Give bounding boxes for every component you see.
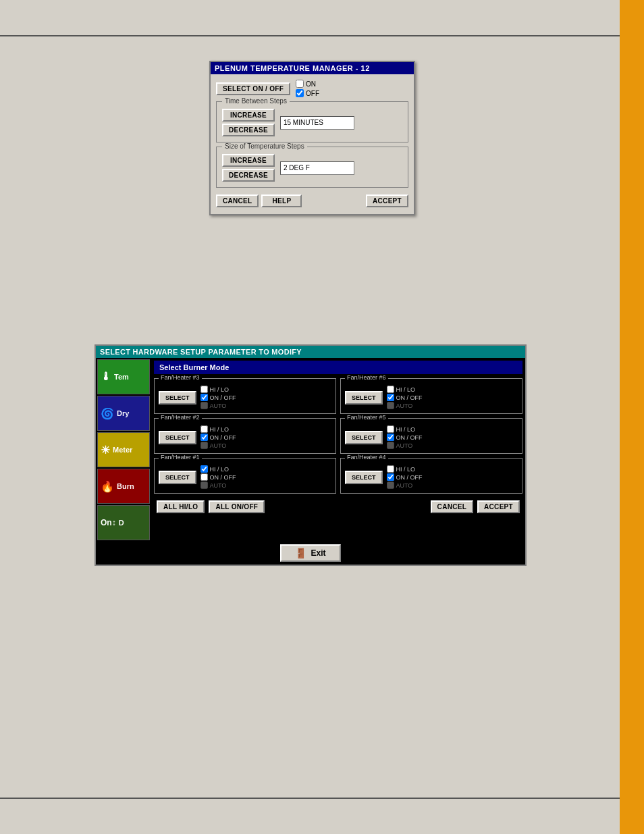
sidebar-item-dry[interactable]: 🌀 Dry — [97, 396, 150, 431]
on-checkbox-item: ON — [296, 80, 319, 88]
fanheater-6-checks: HI / LO ON / OFF AUTO — [387, 386, 423, 409]
fanheater-4-select-button[interactable]: SELECT — [345, 471, 383, 484]
fanheater-6-select-button[interactable]: SELECT — [345, 391, 383, 405]
fanheater-1-inner: SELECT HI / LO ON / OFF — [159, 465, 331, 489]
fh2-auto-label: AUTO — [210, 442, 227, 449]
time-value-display: 15 MINUTES — [280, 116, 354, 130]
dialog2-cancel-button[interactable]: CANCEL — [431, 500, 473, 513]
fh5-onoff-checkbox[interactable] — [387, 434, 394, 441]
fanheater-4-checks: HI / LO ON / OFF AUTO — [387, 465, 423, 489]
fh6-onoff-item: ON / OFF — [387, 394, 423, 401]
fh3-onoff-label: ON / OFF — [210, 394, 236, 401]
fh1-hilo-item: HI / LO — [200, 465, 236, 473]
dialog1-title: PLENUM TEMPERATURE MANAGER - 12 — [215, 64, 370, 72]
fh1-hilo-checkbox[interactable] — [200, 465, 208, 473]
sidebar-label-burn: Burn — [117, 482, 134, 490]
fh6-hilo-label: HI / LO — [396, 386, 416, 393]
off-checkbox[interactable] — [296, 89, 304, 97]
fh5-hilo-checkbox[interactable] — [387, 425, 394, 433]
fanheater-2-box: Fan/Heater #2 SELECT HI / LO ON / OFF — [154, 418, 336, 454]
fh4-hilo-label: HI / LO — [396, 466, 416, 473]
temp-steps-legend: Size of Temperature Steps — [222, 142, 307, 150]
fanheater-grid-row3: Fan/Heater #1 SELECT HI / LO ON / OFF — [154, 458, 522, 494]
fh5-auto-item: AUTO — [387, 442, 423, 449]
meter-icon: ☀ — [101, 444, 110, 457]
fanheater-grid-row2: Fan/Heater #2 SELECT HI / LO ON / OFF — [154, 418, 522, 454]
sidebar-item-temp[interactable]: 🌡 Tem — [97, 359, 150, 394]
temp-increase-button[interactable]: INCREASE — [222, 154, 275, 167]
temp-value-display: 2 DEG F — [280, 161, 354, 175]
dialog1-accept-button[interactable]: ACCEPT — [366, 194, 408, 207]
temp-decrease-button[interactable]: DECREASE — [222, 169, 275, 182]
fanheater-1-legend: Fan/Heater #1 — [159, 454, 202, 461]
time-decrease-button[interactable]: DECREASE — [222, 124, 275, 136]
fanheater-5-legend: Fan/Heater #5 — [345, 414, 388, 421]
exit-label: Exit — [311, 548, 325, 558]
dialog1-help-button[interactable]: HELP — [261, 194, 302, 207]
fh5-hilo-label: HI / LO — [396, 426, 416, 433]
fh4-auto-item: AUTO — [387, 481, 423, 489]
fanheater-2-checks: HI / LO ON / OFF AUTO — [200, 425, 236, 449]
fanheater-1-select-button[interactable]: SELECT — [159, 471, 196, 484]
select-hardware-dialog: SELECT HARDWARE SETUP PARAMETER TO MODIF… — [95, 344, 527, 566]
fh2-hilo-label: HI / LO — [210, 426, 230, 433]
fanheater-2-select-button[interactable]: SELECT — [159, 431, 196, 444]
on-label: ON — [306, 80, 316, 88]
fh2-hilo-checkbox[interactable] — [200, 425, 208, 433]
fh5-auto-label: AUTO — [396, 442, 413, 449]
fh1-auto-item: AUTO — [200, 481, 236, 489]
fanheater-1-checks: HI / LO ON / OFF AUTO — [200, 465, 236, 489]
sidebar-item-meter[interactable]: ☀ Meter — [97, 432, 150, 467]
exit-button[interactable]: 🚪 Exit — [280, 544, 340, 562]
fh3-onoff-checkbox[interactable] — [200, 394, 208, 401]
fanheater-4-box: Fan/Heater #4 SELECT HI / LO ON / OFF — [340, 458, 522, 494]
temp-steps-inner: INCREASE DECREASE 2 DEG F — [222, 154, 402, 182]
sidebar-label-meter: Meter — [113, 446, 132, 454]
fh6-auto-checkbox — [387, 402, 394, 409]
bottom-divider-line — [0, 798, 620, 799]
fh5-auto-checkbox — [387, 442, 394, 449]
select-onoff-button[interactable]: SELECT ON / OFF — [216, 82, 290, 95]
fh1-onoff-checkbox[interactable] — [200, 473, 208, 481]
all-hilo-button[interactable]: ALL HI/LO — [157, 500, 205, 513]
fanheater-1-box: Fan/Heater #1 SELECT HI / LO ON / OFF — [154, 458, 336, 494]
fh6-onoff-checkbox[interactable] — [387, 394, 394, 401]
dialog1-cancel-button[interactable]: CANCEL — [216, 194, 259, 207]
dialog2-footer: ALL HI/LO ALL ON/OFF CANCEL ACCEPT — [154, 498, 522, 516]
all-onoff-button[interactable]: ALL ON/OFF — [209, 500, 265, 513]
fh6-auto-label: AUTO — [396, 402, 413, 409]
sidebar-item-burn[interactable]: 🔥 Burn — [97, 469, 150, 504]
fh4-hilo-checkbox[interactable] — [387, 465, 394, 473]
fh3-hilo-label: HI / LO — [210, 386, 230, 393]
sidebar-item-d[interactable]: On↕ D — [97, 505, 150, 540]
fh6-hilo-checkbox[interactable] — [387, 386, 394, 393]
fanheater-2-legend: Fan/Heater #2 — [159, 414, 202, 421]
dialog2-sidebar: 🌡 Tem 🌀 Dry ☀ Meter 🔥 Burn On↕ D — [96, 358, 151, 542]
dialog1-body: SELECT ON / OFF ON OFF Time Between Step… — [211, 74, 414, 214]
fh3-hilo-item: HI / LO — [200, 386, 236, 393]
fh6-auto-item: AUTO — [387, 402, 423, 409]
fh2-onoff-checkbox[interactable] — [200, 434, 208, 441]
fanheater-3-select-button[interactable]: SELECT — [159, 391, 196, 405]
dialog2-titlebar: SELECT HARDWARE SETUP PARAMETER TO MODIF… — [96, 346, 525, 358]
fh2-auto-item: AUTO — [200, 442, 236, 449]
fanheater-2-inner: SELECT HI / LO ON / OFF — [159, 425, 331, 449]
on-off-checkboxes: ON OFF — [296, 80, 319, 97]
dry-icon: 🌀 — [101, 407, 114, 420]
temp-steps-group: Size of Temperature Steps INCREASE DECRE… — [216, 147, 408, 188]
time-increase-button[interactable]: INCREASE — [222, 109, 275, 122]
fh5-onoff-item: ON / OFF — [387, 434, 423, 441]
fh3-hilo-checkbox[interactable] — [200, 386, 208, 393]
fanheater-5-select-button[interactable]: SELECT — [345, 431, 383, 444]
dialog2-main: Select Burner Mode Fan/Heater #3 SELECT … — [151, 358, 525, 542]
dialog1-footer: CANCEL HELP ACCEPT — [216, 192, 408, 209]
d-icon: On↕ — [101, 518, 116, 527]
fanheater-4-inner: SELECT HI / LO ON / OFF — [345, 465, 518, 489]
on-checkbox[interactable] — [296, 80, 304, 88]
dialog2-accept-button[interactable]: ACCEPT — [477, 500, 520, 513]
fanheater-5-inner: SELECT HI / LO ON / OFF — [345, 425, 518, 449]
sidebar-label-d: D — [119, 519, 124, 527]
time-between-steps-group: Time Between Steps INCREASE DECREASE 15 … — [216, 101, 408, 142]
fanheater-6-inner: SELECT HI / LO ON / OFF — [345, 386, 518, 409]
fh4-onoff-checkbox[interactable] — [387, 473, 394, 481]
